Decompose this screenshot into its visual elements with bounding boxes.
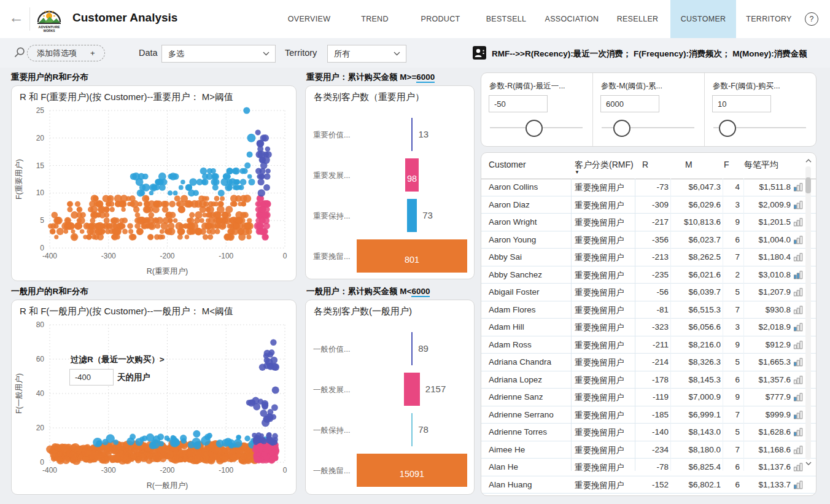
help-icon[interactable]: ?: [805, 12, 818, 26]
column-header-3[interactable]: M: [685, 160, 692, 169]
scroll-up-icon[interactable]: [805, 157, 812, 165]
tab-product[interactable]: PRODUCT: [408, 0, 473, 38]
column-header-5[interactable]: 每笔平均: [744, 160, 778, 171]
table-row[interactable]: Aaron Diaz 重要挽留用户 -309 $6,029.6 3 $2,009…: [481, 196, 816, 214]
cell-m: $6,056.6: [672, 322, 721, 331]
funnel-bar[interactable]: [404, 373, 420, 406]
funnel-row[interactable]: 一般价值... 89: [306, 328, 474, 369]
tab-trend[interactable]: TREND: [342, 0, 408, 38]
scrollbar-thumb[interactable]: [805, 177, 811, 193]
table-row[interactable]: Abigail Foster 重要挽留用户 -56 $6,039.7 5 $1,…: [481, 284, 816, 301]
table-row[interactable]: Alan Wu 重要挽留用户 -88 $6,841.4 7 $977.3: [481, 494, 816, 496]
column-header-2[interactable]: R: [642, 160, 648, 169]
column-divider: [571, 179, 572, 471]
filter-annotation-input[interactable]: -400: [69, 369, 114, 386]
column-header-0[interactable]: Customer: [489, 160, 526, 169]
cell-f: 5: [724, 287, 740, 297]
funnel-bar[interactable]: [411, 413, 413, 446]
cell-r: -235: [635, 270, 669, 279]
funnel-value: 89: [418, 343, 429, 354]
filter-bar: 添加筛选项 + Data 多选 Territory 所有 RMF-->>R(Re…: [0, 38, 830, 68]
table-row[interactable]: Adam Hill 重要挽留用户 -323 $6,056.6 3 $2,018.…: [481, 319, 816, 336]
funnel-bar[interactable]: 98: [405, 158, 419, 192]
table-row[interactable]: Alan Huang 重要挽留用户 -152 $6,802.1 6 $1,133…: [481, 476, 816, 494]
table-row[interactable]: Abby Sai 重要挽留用户 -213 $8,262.5 7 $1,180.4: [481, 249, 816, 266]
mini-bar-chart-icon: [794, 201, 803, 209]
mini-bar-chart-icon: [794, 358, 803, 366]
svg-text:-400: -400: [42, 252, 57, 260]
funnel-category-label: 一般保持...: [313, 425, 350, 436]
table-row[interactable]: Aaron Young 重要挽留用户 -356 $6,023.7 6 $1,00…: [481, 231, 816, 249]
m-threshold-link[interactable]: 6000: [411, 287, 430, 297]
funnel-row[interactable]: 一般挽留... 15091: [306, 450, 474, 490]
funnel-bar[interactable]: [411, 332, 413, 365]
cell-category: 重要挽留用户: [575, 200, 634, 211]
scrollbar-track[interactable]: [805, 166, 811, 460]
parameter-input[interactable]: 10: [712, 95, 771, 112]
table-row[interactable]: Aaron Wright 重要挽留用户 -217 $10,813.6 9 $1,…: [481, 214, 816, 231]
data-filter-label: Data: [139, 48, 158, 58]
cell-m: $6,039.7: [672, 287, 721, 297]
table-row[interactable]: Adrienne Sanz 重要挽留用户 -119 $7,000.9 9 $77…: [481, 389, 816, 406]
cell-spark: [794, 306, 803, 316]
mini-bar-chart-icon: [794, 428, 803, 436]
cell-f: 7: [724, 410, 740, 419]
tab-reseller[interactable]: RESELLER: [605, 0, 670, 38]
parameter-input[interactable]: -50: [489, 95, 548, 112]
funnel-bar[interactable]: 801: [357, 239, 467, 273]
funnel-row[interactable]: 一般发展... 2157: [306, 369, 474, 409]
back-icon[interactable]: ←: [9, 9, 24, 26]
tab-customer[interactable]: CUSTOMER: [670, 0, 736, 38]
territory-filter-dropdown[interactable]: 所有: [327, 45, 406, 63]
table-row[interactable]: Aaron Collins 重要挽留用户 -73 $6,047.3 4 $1,5…: [481, 179, 816, 196]
cell-f: 5: [724, 427, 740, 436]
cell-m: $6,515.3: [672, 305, 721, 314]
column-divider: [635, 179, 635, 471]
cell-r: -185: [635, 410, 669, 419]
funnel-bar[interactable]: 15091: [357, 454, 467, 487]
funnel-category-label: 一般发展...: [313, 385, 350, 395]
sort-descending-icon[interactable]: ▼: [575, 169, 580, 175]
tab-territory[interactable]: TERRITORY: [736, 0, 802, 38]
scroll-down-icon[interactable]: [805, 460, 812, 467]
cell-avg: $1,168.6: [742, 445, 791, 454]
data-filter-dropdown[interactable]: 多选: [161, 45, 276, 63]
column-header-4[interactable]: F: [724, 160, 729, 169]
column-header-1[interactable]: 客户分类(RMF): [575, 160, 634, 171]
cell-customer: Aaron Young: [489, 235, 568, 244]
table-row[interactable]: Abby Sanchez 重要挽留用户 -235 $6,021.6 2 $3,0…: [481, 266, 816, 284]
tab-bestsell[interactable]: BESTSELL: [473, 0, 539, 38]
tab-association[interactable]: ASSOCIATION: [539, 0, 605, 38]
table-row[interactable]: Adrienne Torres 重要挽留用户 -140 $8,143.0 5 $…: [481, 424, 816, 441]
table-row[interactable]: Adriana Chandra 重要挽留用户 -214 $8,326.3 5 $…: [481, 354, 816, 371]
mini-bar-chart-icon: [794, 218, 803, 227]
cell-f: 7: [724, 305, 740, 314]
funnel-bar[interactable]: [407, 199, 417, 232]
table-row[interactable]: Adriana Lopez 重要挽留用户 -178 $8,145.3 6 $1,…: [481, 371, 816, 389]
funnel-row[interactable]: 重要挽留... 801: [306, 236, 474, 276]
funnel-row[interactable]: 重要价值... 13: [306, 114, 474, 155]
column-divider: [723, 179, 723, 471]
svg-text:20: 20: [36, 134, 45, 142]
m-threshold-link[interactable]: 6000: [416, 72, 435, 83]
table-row[interactable]: Alan He 重要挽留用户 -78 $6,825.4 6 $1,137.6: [481, 459, 816, 476]
slider-thumb[interactable]: [719, 120, 736, 137]
table-row[interactable]: Adam Ross 重要挽留用户 -211 $8,216.0 9 $912.9: [481, 336, 816, 354]
funnel-value: 73: [422, 210, 433, 220]
funnel-row[interactable]: 重要发展... 98: [306, 155, 474, 195]
funnel-bar[interactable]: [411, 118, 413, 151]
table-row[interactable]: Adam Flores 重要挽留用户 -81 $6,515.3 7 $930.8: [481, 301, 816, 319]
table-row[interactable]: Aimee He 重要挽留用户 -234 $8,180.0 7 $1,168.6: [481, 441, 816, 459]
section-text: 一般用户：累计购买金额 M<: [306, 287, 411, 296]
slider-thumb[interactable]: [613, 120, 630, 137]
cell-spark: [794, 253, 803, 263]
funnel-row[interactable]: 重要保持... 73: [306, 195, 474, 236]
funnel-category-label: 重要挽留...: [313, 252, 350, 262]
slider-thumb[interactable]: [526, 120, 543, 137]
table-row[interactable]: Adrienne Serrano 重要挽留用户 -185 $6,999.1 7 …: [481, 406, 816, 424]
parameter-input[interactable]: 6000: [600, 95, 659, 112]
add-filter-button[interactable]: 添加筛选项 +: [27, 45, 105, 61]
search-icon[interactable]: [14, 47, 25, 58]
funnel-row[interactable]: 一般保持... 78: [306, 409, 474, 450]
tab-overview[interactable]: OVERVIEW: [276, 0, 342, 38]
